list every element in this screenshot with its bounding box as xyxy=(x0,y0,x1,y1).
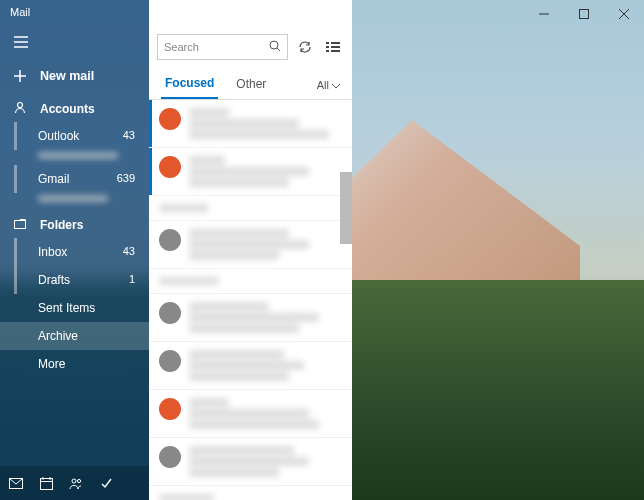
svg-rect-13 xyxy=(580,10,589,19)
svg-point-6 xyxy=(270,41,278,49)
message-item[interactable] xyxy=(149,438,352,486)
svg-rect-8 xyxy=(331,42,340,44)
svg-rect-7 xyxy=(326,42,329,44)
message-group-header xyxy=(149,269,352,294)
message-list-pane: Search Focused Other All xyxy=(149,0,352,500)
plus-icon xyxy=(14,70,30,82)
minimize-button[interactable] xyxy=(524,0,564,28)
folders-header: Folders xyxy=(0,208,149,238)
message-list[interactable]: GT GOG.com Team Winter Sale: Grim Fandan… xyxy=(149,100,352,500)
tab-other[interactable]: Other xyxy=(232,71,270,98)
message-item[interactable] xyxy=(149,148,352,196)
folder-sent-items[interactable]: Sent Items xyxy=(0,294,149,322)
mail-icon[interactable] xyxy=(8,475,24,491)
account-gmail[interactable]: Gmail 639 xyxy=(0,165,149,193)
chevron-down-icon xyxy=(332,79,340,91)
sidebar: New mail Accounts Outlook 43 Gmail 639 F… xyxy=(0,0,149,500)
account-outlook[interactable]: Outlook 43 xyxy=(0,122,149,150)
svg-rect-1 xyxy=(15,221,26,229)
window-title: Mail xyxy=(10,6,30,18)
filter-dropdown[interactable]: All xyxy=(317,79,340,91)
folder-inbox[interactable]: Inbox 43 xyxy=(0,238,149,266)
message-item[interactable] xyxy=(149,342,352,390)
person-icon xyxy=(14,101,30,116)
message-group-header xyxy=(149,486,352,500)
hamburger-menu[interactable] xyxy=(0,28,149,57)
message-item[interactable] xyxy=(149,100,352,148)
selection-mode-button[interactable] xyxy=(322,36,344,58)
search-input[interactable]: Search xyxy=(157,34,288,60)
svg-rect-10 xyxy=(331,46,340,48)
tab-focused[interactable]: Focused xyxy=(161,70,218,99)
svg-rect-3 xyxy=(40,478,52,489)
message-group-header xyxy=(149,196,352,221)
search-icon xyxy=(269,40,281,54)
new-mail-button[interactable]: New mail xyxy=(0,61,149,91)
maximize-button[interactable] xyxy=(564,0,604,28)
inbox-tabs: Focused Other All xyxy=(149,66,352,100)
svg-rect-11 xyxy=(326,50,329,52)
message-item[interactable] xyxy=(149,221,352,269)
svg-rect-9 xyxy=(326,46,329,48)
reading-pane xyxy=(352,0,644,500)
folder-drafts[interactable]: Drafts 1 xyxy=(0,266,149,294)
title-bar: Mail xyxy=(0,0,644,28)
svg-rect-12 xyxy=(331,50,340,52)
svg-point-4 xyxy=(72,479,76,483)
message-item[interactable] xyxy=(149,294,352,342)
search-placeholder: Search xyxy=(164,41,199,53)
accounts-header: Accounts xyxy=(0,91,149,122)
folder-icon xyxy=(14,218,30,232)
sync-button[interactable] xyxy=(294,36,316,58)
scrollbar-thumb[interactable] xyxy=(340,172,352,244)
new-mail-label: New mail xyxy=(40,69,94,83)
svg-point-0 xyxy=(18,103,23,108)
people-icon[interactable] xyxy=(68,475,84,491)
folder-more[interactable]: More xyxy=(0,350,149,378)
bottom-bar xyxy=(0,466,149,500)
calendar-icon[interactable] xyxy=(38,475,54,491)
todo-icon[interactable] xyxy=(98,475,114,491)
svg-point-5 xyxy=(77,479,80,482)
close-button[interactable] xyxy=(604,0,644,28)
message-item[interactable] xyxy=(149,390,352,438)
folder-archive[interactable]: Archive xyxy=(0,322,149,350)
